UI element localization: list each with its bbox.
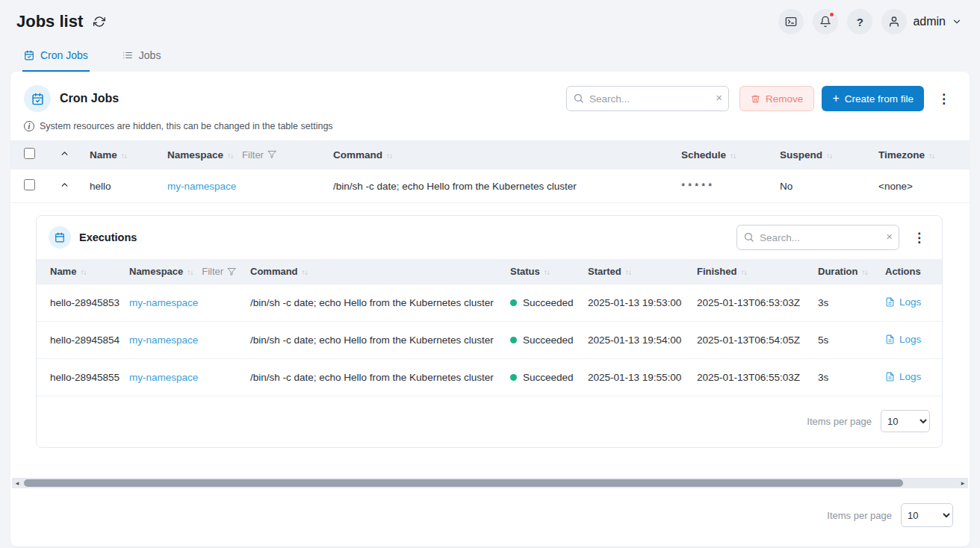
column-header-schedule[interactable]: Schedule↑↓ <box>674 140 772 169</box>
column-header-duration[interactable]: Duration↑↓ <box>810 259 878 284</box>
cron-job-command: /bin/sh -c date; echo Hello from the Kub… <box>326 169 674 203</box>
namespace-filter[interactable]: Filter <box>202 266 236 277</box>
namespace-link[interactable]: my-namespace <box>167 181 236 192</box>
items-per-page-select[interactable]: 10 <box>901 503 953 527</box>
column-header-command[interactable]: Command↑↓ <box>243 259 503 284</box>
plus-icon: + <box>832 93 839 105</box>
chevron-down-icon <box>952 16 962 27</box>
kubectl-shell-button[interactable] <box>778 9 804 34</box>
items-per-page-label: Items per page <box>827 510 892 521</box>
sort-icon: ↑↓ <box>928 152 934 160</box>
create-from-file-button[interactable]: + Create from file <box>822 86 924 111</box>
execution-command: /bin/sh -c date; echo Hello from the Kub… <box>243 359 503 396</box>
user-avatar-icon <box>881 9 907 34</box>
cron-jobs-icon <box>24 85 51 112</box>
select-all-checkbox[interactable] <box>24 148 35 159</box>
logs-link[interactable]: Logs <box>885 371 921 382</box>
scrollbar-track[interactable] <box>22 478 958 488</box>
executions-title: Executions <box>79 231 137 243</box>
scroll-right-icon[interactable]: ▸ <box>958 478 968 488</box>
column-header-status[interactable]: Status↑↓ <box>503 259 580 284</box>
question-icon: ? <box>857 16 863 28</box>
column-header-namespace[interactable]: Namespace↑↓Filter <box>122 259 243 284</box>
funnel-icon <box>227 267 236 276</box>
executions-panel: Executions × ⋮ <box>10 203 970 467</box>
scrollbar-thumb[interactable] <box>24 479 903 487</box>
search-input[interactable] <box>566 86 729 111</box>
column-header-namespace[interactable]: Namespace↑↓Filter <box>160 140 326 169</box>
logs-link[interactable]: Logs <box>885 334 921 345</box>
status-badge: Succeeded <box>510 372 573 383</box>
search-icon <box>743 231 754 243</box>
sort-icon: ↑↓ <box>386 152 392 160</box>
cron-jobs-pager: Items per page 10 <box>10 488 970 544</box>
scroll-left-icon[interactable]: ◂ <box>12 478 22 488</box>
execution-started: 2025-01-13 19:53:00 <box>580 284 689 322</box>
cron-job-schedule: * * * * * <box>674 169 772 203</box>
tab-bar: Cron Jobs Jobs <box>0 40 980 72</box>
status-dot <box>510 374 517 381</box>
collapse-row-chevron-icon[interactable] <box>60 180 69 190</box>
execution-finished: 2025-01-13T06:54:05Z <box>689 322 810 359</box>
terminal-icon <box>785 16 797 28</box>
trash-icon <box>751 94 760 104</box>
execution-started: 2025-01-13 19:55:00 <box>580 359 689 396</box>
execution-duration: 3s <box>810 359 878 396</box>
execution-duration: 5s <box>810 322 878 359</box>
column-header-actions: Actions <box>878 259 942 284</box>
executions-kebab-icon[interactable]: ⋮ <box>908 228 930 247</box>
namespace-filter[interactable]: Filter <box>242 149 276 161</box>
execution-duration: 3s <box>810 284 878 322</box>
column-header-finished[interactable]: Finished↑↓ <box>689 259 810 284</box>
clear-search-icon[interactable]: × <box>716 91 722 104</box>
namespace-link[interactable]: my-namespace <box>129 334 198 346</box>
execution-finished: 2025-01-13T06:55:03Z <box>689 359 810 396</box>
tab-jobs[interactable]: Jobs <box>121 43 163 72</box>
execution-finished: 2025-01-13T06:53:03Z <box>689 284 810 322</box>
sort-icon: ↑↓ <box>544 268 550 276</box>
column-header-started[interactable]: Started↑↓ <box>580 259 689 284</box>
sort-icon: ↑↓ <box>861 268 867 276</box>
sort-icon: ↑↓ <box>187 268 193 276</box>
table-settings-kebab-icon[interactable]: ⋮ <box>933 90 955 108</box>
executions-pager: Items per page 10 <box>37 396 942 447</box>
items-per-page-select[interactable]: 10 <box>881 410 930 432</box>
file-text-icon <box>885 297 895 307</box>
notifications-button[interactable] <box>813 9 838 34</box>
items-per-page-label: Items per page <box>807 416 872 427</box>
namespace-link[interactable]: my-namespace <box>129 372 198 383</box>
help-button[interactable]: ? <box>847 9 872 34</box>
logs-link[interactable]: Logs <box>885 296 921 308</box>
tab-label: Jobs <box>139 49 161 61</box>
sort-icon: ↑↓ <box>625 268 631 276</box>
sort-icon: ↑↓ <box>121 152 127 160</box>
namespace-link[interactable]: my-namespace <box>129 297 198 308</box>
remove-button[interactable]: Remove <box>739 86 814 111</box>
column-header-timezone[interactable]: Timezone↑↓ <box>871 140 970 169</box>
search-icon <box>573 93 584 104</box>
horizontal-scrollbar[interactable]: ◂ ▸ <box>12 478 968 488</box>
executions-search-input[interactable] <box>736 225 899 250</box>
funnel-icon <box>267 150 276 159</box>
cron-jobs-search: × <box>566 86 729 111</box>
topbar: Jobs list ? admin <box>0 0 980 40</box>
column-header-command[interactable]: Command↑↓ <box>326 140 674 169</box>
column-header-name[interactable]: Name↑↓ <box>37 259 122 284</box>
status-dot <box>510 337 517 343</box>
tab-cron-jobs[interactable]: Cron Jobs <box>22 43 90 72</box>
row-checkbox[interactable] <box>24 179 35 190</box>
status-dot <box>510 299 517 306</box>
column-header-suspend[interactable]: Suspend↑↓ <box>772 140 871 169</box>
status-badge: Succeeded <box>510 297 573 308</box>
user-name: admin <box>913 15 946 28</box>
user-menu[interactable]: admin <box>881 9 962 34</box>
execution-row: hello-28945853 my-namespace /bin/sh -c d… <box>37 284 942 322</box>
execution-row: hello-28945855 my-namespace /bin/sh -c d… <box>37 359 942 396</box>
collapse-all-chevron-icon[interactable] <box>60 149 69 158</box>
cron-icon <box>24 50 34 60</box>
executions-header-row: Name↑↓ Namespace↑↓Filter Command↑↓ Statu… <box>37 259 942 284</box>
clear-search-icon[interactable]: × <box>886 230 893 243</box>
column-header-name[interactable]: Name↑↓ <box>82 140 160 169</box>
refresh-icon[interactable] <box>92 14 107 29</box>
remove-label: Remove <box>766 93 803 105</box>
